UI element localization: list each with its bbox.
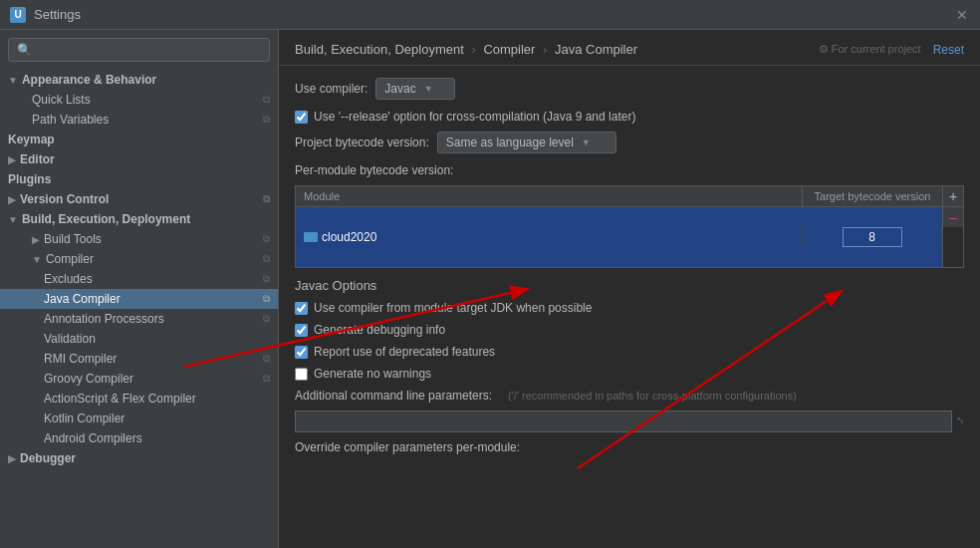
- module-table: Module Target bytecode version + cloud20…: [295, 185, 964, 268]
- javac-option-label-2: Generate debugging info: [314, 323, 445, 337]
- module-icon: [304, 232, 318, 242]
- bytecode-row: Project bytecode version: Same as langua…: [295, 132, 964, 153]
- sidebar-item-actionscript-compiler[interactable]: ActionScript & Flex Compiler: [0, 389, 278, 409]
- breadcrumb-sep2: ›: [543, 42, 551, 57]
- remove-module-button[interactable]: –: [943, 207, 963, 227]
- javac-option-checkbox-1[interactable]: [295, 302, 308, 315]
- override-compiler-label: Override compiler parameters per-module:: [295, 440, 956, 454]
- breadcrumb-part1: Build, Execution, Deployment: [295, 42, 464, 57]
- content-header: Build, Execution, Deployment › Compiler …: [279, 30, 980, 66]
- use-compiler-label: Use compiler:: [295, 82, 368, 96]
- javac-option-2: Generate debugging info: [295, 323, 964, 337]
- table-header-wrapper: Module Target bytecode version +: [296, 186, 963, 207]
- expand-right-icon-bt: ▶: [32, 234, 40, 245]
- reset-button[interactable]: Reset: [933, 43, 964, 57]
- additional-params-input[interactable]: [295, 411, 952, 432]
- expand-right-icon-vc: ▶: [8, 194, 16, 205]
- copy-icon-excludes: ⧉: [263, 273, 270, 285]
- expand-right-icon: ▶: [8, 154, 16, 165]
- breadcrumb-part3: Java Compiler: [555, 42, 637, 57]
- sidebar-item-appearance[interactable]: ▼ Appearance & Behavior: [0, 70, 278, 90]
- sidebar-item-debugger[interactable]: ▶ Debugger: [0, 448, 278, 468]
- side-buttons: –: [942, 207, 963, 267]
- sidebar-item-build-execution[interactable]: ▼ Build, Execution, Deployment: [0, 209, 278, 229]
- copy-icon-java: ⧉: [263, 293, 270, 305]
- sidebar-item-java-compiler[interactable]: Java Compiler ⧉: [0, 289, 278, 309]
- release-option-checkbox[interactable]: [295, 111, 308, 124]
- javac-option-3: Report use of deprecated features: [295, 345, 964, 359]
- compiler-row: Use compiler: Javac ▼: [295, 78, 964, 100]
- table-header: Module Target bytecode version: [296, 186, 942, 207]
- sidebar-item-excludes[interactable]: Excludes ⧉: [0, 269, 278, 289]
- module-name: cloud2020: [322, 230, 376, 244]
- copy-icon-2: ⧉: [263, 114, 270, 126]
- bytecode-dropdown-arrow-icon: ▼: [582, 137, 591, 147]
- release-option-row: Use '--release' option for cross-compila…: [295, 110, 964, 124]
- copy-icon-ap: ⧉: [263, 313, 270, 325]
- sidebar-item-android-compilers[interactable]: Android Compilers: [0, 428, 278, 448]
- sidebar-item-compiler[interactable]: ▼ Compiler ⧉: [0, 249, 278, 269]
- expand-icon-build: ▼: [8, 214, 18, 225]
- expand-textarea-icon[interactable]: ⤡: [956, 414, 964, 425]
- compiler-dropdown[interactable]: Javac ▼: [375, 78, 455, 100]
- table-body: cloud2020 –: [296, 207, 963, 267]
- release-option-label: Use '--release' option for cross-compila…: [314, 110, 635, 124]
- sidebar-item-keymap[interactable]: Keymap: [0, 130, 278, 149]
- sidebar-item-plugins[interactable]: Plugins: [0, 169, 278, 189]
- sidebar-item-validation[interactable]: Validation: [0, 329, 278, 349]
- sidebar-item-rmi-compiler[interactable]: RMI Compiler ⧉: [0, 349, 278, 369]
- module-name-cell: cloud2020: [296, 226, 803, 248]
- bytecode-dropdown[interactable]: Same as language level ▼: [437, 132, 616, 153]
- content-body: Use compiler: Javac ▼ Use '--release' op…: [279, 66, 980, 548]
- javac-option-checkbox-4[interactable]: [295, 368, 308, 381]
- per-module-label: Per-module bytecode version:: [295, 163, 964, 177]
- javac-option-label-4: Generate no warnings: [314, 367, 431, 381]
- copy-icon-rmi: ⧉: [263, 353, 270, 365]
- additional-params-input-row: ⤡: [295, 407, 964, 432]
- sidebar-item-build-tools[interactable]: ▶ Build Tools ⧉: [0, 229, 278, 249]
- sidebar-item-annotation-processors[interactable]: Annotation Processors ⧉: [0, 309, 278, 329]
- javac-option-checkbox-2[interactable]: [295, 324, 308, 337]
- sidebar-item-path-variables[interactable]: Path Variables ⧉: [0, 110, 278, 130]
- sidebar-item-quick-lists[interactable]: Quick Lists ⧉: [0, 90, 278, 110]
- version-cell[interactable]: [803, 223, 942, 251]
- javac-option-checkbox-3[interactable]: [295, 346, 308, 359]
- sidebar-item-version-control[interactable]: ▶ Version Control ⧉: [0, 189, 278, 209]
- title-bar: U Settings ✕: [0, 0, 980, 30]
- javac-option-4: Generate no warnings: [295, 367, 964, 381]
- bytecode-label: Project bytecode version:: [295, 136, 429, 149]
- javac-option-1: Use compiler from module target JDK when…: [295, 301, 964, 315]
- for-project-label: ⚙ For current project: [819, 43, 921, 56]
- sidebar-item-editor[interactable]: ▶ Editor: [0, 149, 278, 169]
- additional-params-hint: ('/' recommended in paths for cross-plat…: [508, 390, 797, 402]
- search-input[interactable]: [8, 38, 270, 62]
- sidebar: ▼ Appearance & Behavior Quick Lists ⧉ Pa…: [0, 30, 279, 548]
- compiler-value: Javac: [384, 82, 415, 96]
- close-button[interactable]: ✕: [954, 7, 970, 23]
- breadcrumb: Build, Execution, Deployment › Compiler …: [295, 42, 637, 57]
- app-icon: U: [10, 7, 26, 23]
- sidebar-item-kotlin-compiler[interactable]: Kotlin Compiler: [0, 409, 278, 428]
- copy-icon-groovy: ⧉: [263, 373, 270, 385]
- version-col-header: Target bytecode version: [803, 186, 942, 206]
- expand-icon: ▼: [8, 75, 18, 86]
- dropdown-arrow-icon: ▼: [424, 84, 433, 94]
- javac-option-label-3: Report use of deprecated features: [314, 345, 495, 359]
- table-row: cloud2020: [296, 207, 942, 267]
- expand-right-icon-dbg: ▶: [8, 453, 16, 464]
- javac-option-label-1: Use compiler from module target JDK when…: [314, 301, 592, 315]
- additional-params-row: Additional command line parameters: ('/'…: [295, 389, 964, 403]
- module-col-header: Module: [296, 186, 803, 206]
- copy-icon-bt: ⧉: [263, 233, 270, 245]
- content-actions: ⚙ For current project Reset: [819, 43, 964, 57]
- sidebar-item-groovy-compiler[interactable]: Groovy Compiler ⧉: [0, 369, 278, 389]
- javac-options-title: Javac Options: [295, 278, 964, 293]
- copy-icon-vc: ⧉: [263, 193, 270, 205]
- breadcrumb-sep1: ›: [471, 42, 479, 57]
- copy-icon-compiler: ⧉: [263, 253, 270, 265]
- copy-icon: ⧉: [263, 94, 270, 106]
- expand-icon-compiler: ▼: [32, 254, 42, 265]
- version-input[interactable]: [843, 227, 902, 247]
- add-module-button[interactable]: +: [943, 186, 963, 206]
- breadcrumb-part2: Compiler: [483, 42, 535, 57]
